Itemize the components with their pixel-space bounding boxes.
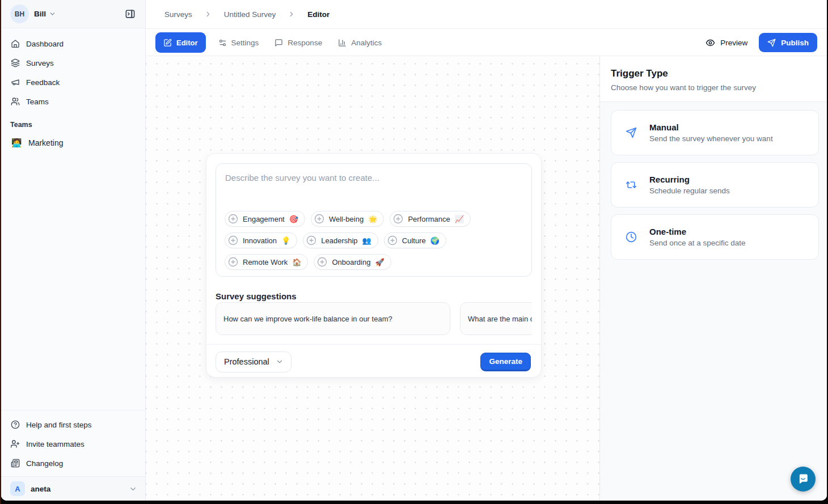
sidebar-item-changelog[interactable]: Changelog xyxy=(6,454,141,473)
light-bulb-emoji-icon: 💡 xyxy=(281,236,290,245)
message-square-icon xyxy=(274,39,283,47)
workspace-switcher[interactable]: BH Bill xyxy=(1,0,145,28)
toolbar-actions: Preview Publish xyxy=(706,33,817,52)
sidebar-item-help[interactable]: Help and first steps xyxy=(6,415,141,434)
panel-title: Trigger Type xyxy=(611,68,816,79)
sidebar-item-label: Surveys xyxy=(26,59,54,67)
chip-label: Innovation xyxy=(243,236,277,245)
preview-button[interactable]: Preview xyxy=(706,38,747,48)
sidebar-item-label: Help and first steps xyxy=(26,421,92,429)
trigger-panel-header: Trigger Type Choose how you want to trig… xyxy=(600,56,827,102)
chip-label: Engagement xyxy=(243,215,285,223)
sidebar-item-team-marketing[interactable]: 🧑‍💻 Marketing xyxy=(6,133,141,153)
sidebar-item-surveys[interactable]: Surveys xyxy=(6,53,141,73)
house-emoji-icon: 🏠 xyxy=(292,258,301,266)
chat-launcher-button[interactable] xyxy=(791,467,816,492)
sidebar-item-label: Feedback xyxy=(26,78,60,87)
user-name: aneta xyxy=(31,485,50,493)
chip-label: Leadership xyxy=(321,236,357,245)
sidebar: BH Bill Dashboard Surv xyxy=(1,0,146,501)
panel-right-icon xyxy=(125,9,136,19)
chip-culture[interactable]: Culture 🌍 xyxy=(384,232,446,248)
plus-circle-icon xyxy=(228,214,238,224)
sidebar-item-dashboard[interactable]: Dashboard xyxy=(6,34,141,53)
sidebar-item-feedback[interactable]: Feedback xyxy=(6,73,141,92)
collapse-sidebar-button[interactable] xyxy=(121,6,138,23)
publish-button[interactable]: Publish xyxy=(759,33,817,52)
trigger-option-title: Recurring xyxy=(649,175,730,184)
suggestion-card[interactable]: How can we improve work-life balance in … xyxy=(216,302,450,335)
workspace-avatar: BH xyxy=(10,5,29,23)
chart-up-emoji-icon: 📈 xyxy=(455,215,464,223)
chip-innovation[interactable]: Innovation 💡 xyxy=(225,232,297,248)
sliders-icon xyxy=(218,39,227,47)
home-icon xyxy=(11,39,20,48)
tab-analytics[interactable]: Analytics xyxy=(331,32,388,53)
tab-editor[interactable]: Editor xyxy=(155,32,206,53)
publish-label: Publish xyxy=(781,39,809,47)
trigger-option-recurring[interactable]: Recurring Schedule regular sends xyxy=(611,162,819,207)
chip-leadership[interactable]: Leadership 👥 xyxy=(303,232,378,248)
dart-emoji-icon: 🎯 xyxy=(289,215,298,223)
sidebar-item-label: Invite teammates xyxy=(26,440,85,448)
tab-settings[interactable]: Settings xyxy=(212,32,266,53)
tone-select[interactable]: Professional xyxy=(216,351,292,372)
tab-label: Editor xyxy=(176,39,198,47)
breadcrumb-surveys[interactable]: Surveys xyxy=(164,10,192,19)
sidebar-item-teams[interactable]: Teams xyxy=(6,92,141,111)
chip-engagement[interactable]: Engagement 🎯 xyxy=(225,211,305,227)
clock-icon xyxy=(626,231,637,243)
send-icon xyxy=(626,127,637,138)
glowing-star-emoji-icon: 🌟 xyxy=(368,215,377,223)
sidebar-footer: Help and first steps Invite teammates Ch… xyxy=(1,410,145,476)
users-icon xyxy=(11,97,20,106)
trigger-option-title: Manual xyxy=(649,122,773,132)
user-plus-icon xyxy=(11,439,20,448)
survey-prompt-input[interactable] xyxy=(216,164,531,204)
chat-bubble-icon xyxy=(797,473,809,485)
user-avatar: A xyxy=(10,481,25,496)
chip-performance[interactable]: Performance 📈 xyxy=(390,211,471,227)
rocket-emoji-icon: 🚀 xyxy=(375,258,384,266)
sidebar-item-invite[interactable]: Invite teammates xyxy=(6,434,141,454)
chevron-down-icon xyxy=(129,485,137,493)
chip-well-being[interactable]: Well-being 🌟 xyxy=(311,211,384,227)
chip-onboarding[interactable]: Onboarding 🚀 xyxy=(314,254,391,270)
trigger-option-one-time[interactable]: One-time Send once at a specific date xyxy=(611,214,819,260)
trigger-type-panel: Trigger Type Choose how you want to trig… xyxy=(599,56,827,501)
square-pen-icon xyxy=(163,39,172,47)
send-icon xyxy=(767,39,776,47)
breadcrumb-editor: Editor xyxy=(307,10,329,19)
help-circle-icon xyxy=(11,420,20,429)
repeat-icon xyxy=(626,179,637,190)
breadcrumb-untitled-survey[interactable]: Untitled Survey xyxy=(224,10,276,19)
sidebar-item-label: Teams xyxy=(26,98,49,106)
editor-canvas: Engagement 🎯 Well-being 🌟 Performance 📈 xyxy=(146,56,599,501)
chip-label: Well-being xyxy=(329,215,364,223)
trigger-option-manual[interactable]: Manual Send the survey whenever you want xyxy=(611,110,819,155)
teams-section-label: Teams xyxy=(1,111,145,133)
layers-icon xyxy=(11,58,20,67)
sidebar-item-label: Dashboard xyxy=(26,40,64,48)
plus-circle-icon xyxy=(317,257,327,267)
newspaper-icon xyxy=(11,459,20,468)
generate-button[interactable]: Generate xyxy=(480,353,531,371)
suggestion-card[interactable]: What are the main obstacles in our workf… xyxy=(460,302,532,335)
chevron-down-icon xyxy=(49,10,56,18)
plus-circle-icon xyxy=(314,214,324,224)
user-menu[interactable]: A aneta xyxy=(1,476,145,501)
chip-label: Performance xyxy=(408,215,450,223)
editor-toolbar: Editor Settings Response Analytics xyxy=(146,29,827,56)
composer-bottom-bar: Professional Generate xyxy=(216,351,531,372)
tab-response[interactable]: Response xyxy=(268,32,329,53)
tab-label: Settings xyxy=(231,39,259,47)
chip-remote-work[interactable]: Remote Work 🏠 xyxy=(225,254,308,270)
chevron-down-icon xyxy=(276,358,284,366)
trigger-options: Manual Send the survey whenever you want… xyxy=(600,102,827,260)
trigger-option-title: One-time xyxy=(649,227,746,236)
prompt-card: Engagement 🎯 Well-being 🌟 Performance 📈 xyxy=(216,163,532,277)
plus-circle-icon xyxy=(393,214,403,224)
chip-label: Remote Work xyxy=(243,258,288,266)
chip-label: Onboarding xyxy=(332,258,370,266)
trigger-option-description: Schedule regular sends xyxy=(649,187,730,195)
